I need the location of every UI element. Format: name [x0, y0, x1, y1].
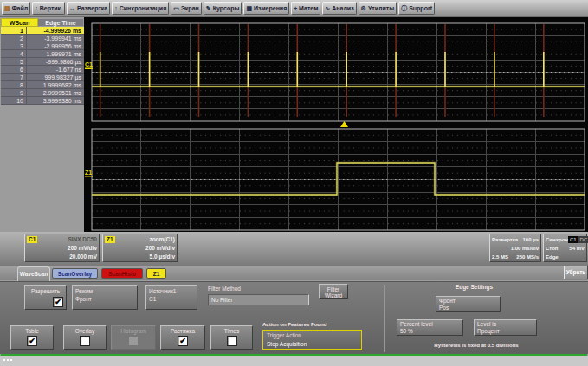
dialog-tabs: WaveScan ScanOverlay ScanHisto Z1 Убрать — [0, 266, 588, 281]
table-check-button[interactable]: Table✔ — [10, 325, 54, 350]
z1-trace-label[interactable]: Z1 — [85, 170, 92, 176]
math-icon: ± — [294, 5, 297, 11]
table-row[interactable]: 103.9999380 ms — [1, 97, 84, 105]
wavescan-dialog: Разрешить ✔ Режим Фронт Источник1 C1 Fil… — [0, 281, 588, 354]
enable-button[interactable]: Разрешить ✔ — [24, 285, 67, 310]
menu-measure[interactable]: ▦Измерения — [243, 2, 289, 15]
measure-icon: ▦ — [246, 5, 252, 11]
edge-settings-title: Edge Settings — [385, 284, 563, 290]
menu-analysis[interactable]: ∿Анализ — [322, 2, 356, 15]
wscan-tab[interactable]: WScan — [1, 18, 38, 27]
histogram-checkbox — [128, 336, 139, 346]
descriptor-bar: C1SINX DC50 200 mV/div 20.000 mV Z1zoom(… — [0, 232, 588, 266]
bottom-strip — [0, 356, 588, 366]
menu-cursors[interactable]: ✎Курсоры — [204, 2, 242, 15]
menu-math[interactable]: ±Матем — [291, 2, 320, 15]
menu-display[interactable]: ▭Экран — [171, 2, 202, 15]
z1-badge: Z1 — [105, 236, 115, 243]
action-on-found-button[interactable]: Trigger Action Stop Acquisition — [262, 330, 362, 350]
waveform-display: C1 Z1 — [84, 17, 588, 232]
overlay-checkbox[interactable] — [80, 336, 90, 346]
times-check-button[interactable]: Times — [210, 325, 253, 350]
display-icon: ▭ — [173, 5, 179, 11]
menu-trigger[interactable]: ↑Синхронизация — [112, 2, 169, 15]
overlay-check-button[interactable]: Overlay — [63, 325, 107, 350]
resize-grip[interactable] — [3, 359, 12, 363]
trigger-arrow-icon: ↑ — [114, 5, 118, 11]
wavescan-table: WScan Edge Time 1-4.999926 ms 2-3.999941… — [1, 18, 84, 105]
level-is-dropdown[interactable]: Level is Процент — [474, 319, 537, 336]
action-title: Action on Features Found — [262, 322, 326, 327]
menu-bar: ▤Файл ↕Вертик. ↔Развертка ↑Синхронизация… — [0, 0, 588, 17]
mode-dropdown[interactable]: Режим Фронт — [72, 285, 138, 310]
info-icon: ⓘ — [401, 5, 407, 11]
enable-checkbox[interactable]: ✔ — [53, 297, 63, 307]
menu-support[interactable]: ⓘSupport — [398, 2, 435, 15]
trigger-descriptor[interactable]: СинхронC1DC Стоп54 mV Edge — [543, 234, 587, 262]
histogram-check-button: Histogram — [111, 325, 156, 350]
table-row[interactable]: 81.9999682 ms — [1, 81, 84, 89]
tab-scanhisto[interactable]: ScanHisto — [101, 268, 143, 279]
zoom-checkbox[interactable]: ✔ — [178, 336, 188, 346]
c1-descriptor[interactable]: C1SINX DC50 200 mV/div 20.000 mV — [24, 234, 100, 262]
vertical-arrows-icon: ↕ — [35, 5, 38, 11]
slope-dropdown[interactable]: Фронт Pos — [436, 296, 501, 312]
menu-vertical[interactable]: ↕Вертик. — [32, 2, 65, 15]
filter-wizard-button[interactable]: Filter Wizard — [319, 284, 348, 299]
trigger-source-badge: C1 — [568, 236, 578, 243]
table-row[interactable]: 7999.98327 µs — [1, 74, 84, 81]
times-checkbox[interactable] — [227, 336, 237, 346]
table-checkbox[interactable]: ✔ — [27, 336, 37, 346]
hysteresis-note: Hysteresis is fixed at 0.5 divisions — [385, 343, 567, 348]
file-icon: ▤ — [4, 5, 10, 11]
c1-trace-label[interactable]: C1 — [85, 61, 93, 67]
z1-descriptor[interactable]: Z1zoom(C1) 200 mV/div 5.0 µs/div — [102, 234, 178, 262]
tab-scanoverlay[interactable]: ScanOverlay — [52, 268, 98, 279]
filter-method-field[interactable]: No Filter — [208, 294, 309, 305]
zoom-check-button[interactable]: Растяжка✔ — [160, 325, 205, 350]
c1-trace-tick — [85, 68, 93, 70]
table-row[interactable]: 4-1.999971 ms — [1, 50, 84, 58]
table-row[interactable]: 92.9999531 ms — [1, 89, 84, 97]
cursor-pencil-icon: ✎ — [206, 5, 211, 11]
table-row[interactable]: 1-4.999926 ms — [1, 27, 84, 35]
utilities-gear-icon: ⚙ — [361, 5, 366, 11]
waveform-svg: C1 Z1 — [84, 17, 588, 232]
c1-trace-pulses — [100, 52, 544, 87]
z1-trace-fuzz — [92, 163, 585, 195]
analysis-wave-icon: ∿ — [325, 5, 330, 11]
edge-time-column-header: Edge Time — [38, 18, 84, 27]
table-row[interactable]: 3-2.999956 ms — [1, 42, 84, 50]
timebase-descriptor[interactable]: Развертка160 µs 1.00 ms/div 2.5 MS250 MS… — [489, 234, 541, 262]
close-dialog-button[interactable]: Убрать — [564, 266, 588, 279]
horizontal-arrows-icon: ↔ — [69, 5, 75, 11]
menu-timebase[interactable]: ↔Развертка — [67, 2, 110, 15]
menu-file[interactable]: ▤Файл — [2, 2, 30, 15]
table-row[interactable]: 5-999.9866 µs — [1, 58, 84, 66]
trigger-coupling-badge: DC — [578, 236, 588, 243]
z1-trace-tick — [85, 177, 93, 178]
tab-z1[interactable]: Z1 — [146, 268, 166, 279]
table-row[interactable]: 2-3.999941 ms — [1, 35, 84, 42]
c1-badge: C1 — [27, 236, 37, 243]
table-row[interactable]: 6-1.677 ns — [1, 66, 84, 74]
source1-dropdown[interactable]: Источник1 C1 — [145, 285, 197, 310]
percent-level-field[interactable]: Percent level 50 % — [397, 319, 463, 336]
filter-method-label: Filter Method — [208, 286, 241, 292]
menu-utilities[interactable]: ⚙Утилиты — [359, 2, 397, 15]
trigger-position-marker[interactable] — [340, 121, 348, 127]
tab-wavescan[interactable]: WaveScan — [17, 266, 50, 281]
